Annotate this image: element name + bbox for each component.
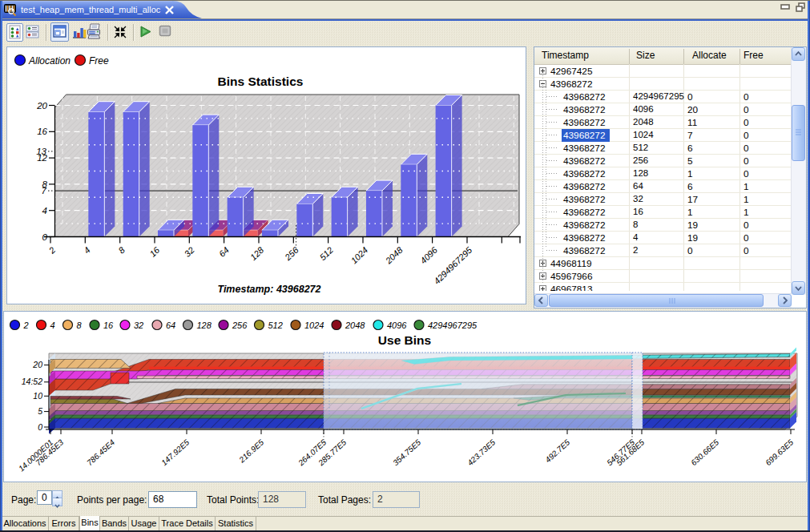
svg-text:20: 20 bbox=[32, 360, 42, 369]
svg-text:492.7E5: 492.7E5 bbox=[543, 437, 571, 464]
svg-text:354.75E5: 354.75E5 bbox=[391, 437, 423, 467]
svg-text:10: 10 bbox=[33, 391, 42, 401]
svg-text:1024: 1024 bbox=[349, 245, 369, 266]
svg-text:32: 32 bbox=[183, 245, 196, 259]
svg-text:512: 512 bbox=[268, 320, 283, 330]
svg-text:4: 4 bbox=[82, 245, 92, 256]
svg-text:Allocation: Allocation bbox=[28, 55, 71, 66]
svg-text:256: 256 bbox=[282, 244, 300, 263]
svg-text:8: 8 bbox=[116, 244, 127, 255]
svg-text:699.63E5: 699.63E5 bbox=[764, 437, 796, 467]
svg-text:16: 16 bbox=[37, 127, 47, 136]
svg-text:32: 32 bbox=[134, 320, 143, 330]
svg-text:20: 20 bbox=[36, 101, 47, 111]
svg-text:423.73E5: 423.73E5 bbox=[465, 437, 498, 467]
svg-text:64: 64 bbox=[217, 245, 231, 259]
svg-text:16: 16 bbox=[103, 320, 114, 330]
svg-text:256: 256 bbox=[232, 320, 248, 330]
svg-text:Timestamp: 43968272: Timestamp: 43968272 bbox=[217, 284, 320, 295]
svg-text:2: 2 bbox=[46, 245, 57, 256]
svg-text:16: 16 bbox=[147, 244, 162, 259]
svg-text:4096: 4096 bbox=[387, 320, 407, 330]
svg-text:Free: Free bbox=[89, 55, 109, 66]
svg-text:5: 5 bbox=[38, 406, 42, 416]
svg-text:128: 128 bbox=[248, 244, 266, 262]
svg-text:8: 8 bbox=[77, 320, 83, 330]
svg-text:216.9E5: 216.9E5 bbox=[237, 437, 266, 465]
svg-text:147.92E5: 147.92E5 bbox=[159, 437, 191, 467]
svg-text:13: 13 bbox=[36, 147, 46, 156]
svg-text:2: 2 bbox=[23, 320, 29, 330]
svg-text:2048: 2048 bbox=[345, 320, 365, 330]
svg-text:64: 64 bbox=[166, 320, 175, 330]
svg-text:512: 512 bbox=[317, 245, 335, 262]
svg-text:7: 7 bbox=[42, 186, 47, 195]
svg-text:786.45E4: 786.45E4 bbox=[85, 437, 117, 467]
svg-text:4294967295: 4294967295 bbox=[432, 244, 474, 286]
svg-text:4: 4 bbox=[50, 320, 55, 330]
svg-text:4096: 4096 bbox=[418, 244, 440, 265]
svg-text:4: 4 bbox=[42, 206, 47, 216]
svg-text:Bins Statistics: Bins Statistics bbox=[218, 75, 304, 88]
svg-text:2048: 2048 bbox=[383, 244, 405, 266]
svg-text:0: 0 bbox=[42, 232, 48, 242]
svg-text:Use Bins: Use Bins bbox=[378, 333, 431, 347]
svg-text:4294967295: 4294967295 bbox=[428, 320, 478, 330]
svg-text:14:52: 14:52 bbox=[22, 377, 42, 386]
svg-text:128: 128 bbox=[197, 320, 212, 330]
svg-text:630.66E5: 630.66E5 bbox=[689, 437, 721, 467]
svg-text:1024: 1024 bbox=[304, 320, 324, 330]
svg-text:0: 0 bbox=[38, 422, 42, 432]
